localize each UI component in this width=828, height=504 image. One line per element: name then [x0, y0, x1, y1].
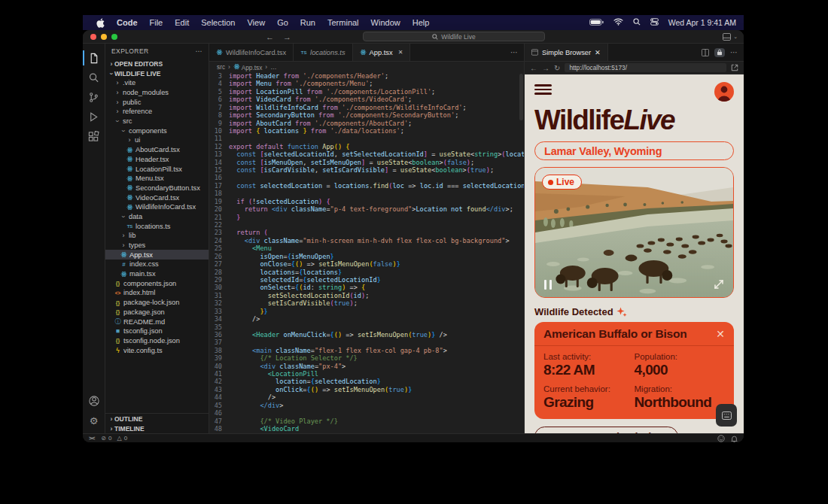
- editor-tab-WildlifeInfoCard.tsx[interactable]: WildlifeInfoCard.tsx: [209, 44, 294, 61]
- activity-extensions[interactable]: [83, 126, 105, 146]
- tree-folder-types[interactable]: ›types: [105, 241, 209, 250]
- code-line[interactable]: 10import { locations } from './data/loca…: [209, 127, 524, 135]
- code-line[interactable]: 25 <Menu: [209, 244, 524, 252]
- editor-tab-locations.ts[interactable]: TSlocations.ts: [294, 44, 353, 61]
- code-line[interactable]: 27 onClose={() => setIsMenuOpen(false)}: [209, 260, 524, 268]
- tree-file-package.json[interactable]: {}package.json: [105, 308, 209, 317]
- tree-file-package-lock.json[interactable]: {}package-lock.json: [105, 298, 209, 308]
- video-card[interactable]: Live: [534, 167, 734, 298]
- tree-file-components.json[interactable]: {}components.json: [105, 278, 209, 288]
- close-button[interactable]: [90, 34, 96, 40]
- code-line[interactable]: 11: [209, 135, 524, 142]
- tree-file-main.tsx[interactable]: main.tsx: [105, 269, 209, 279]
- floating-widget-button[interactable]: [716, 404, 737, 427]
- timeline-section[interactable]: › TIMELINE: [105, 424, 209, 433]
- hamburger-menu-button[interactable]: [534, 82, 552, 95]
- activity-source-control[interactable]: [83, 87, 105, 107]
- expand-button[interactable]: [713, 278, 725, 290]
- code-line[interactable]: 41 <LocationPill: [209, 370, 524, 378]
- code-line[interactable]: 40 <div className="px-4">: [209, 363, 524, 370]
- minimize-button[interactable]: [101, 34, 107, 40]
- notifications-bell-icon[interactable]: [731, 435, 738, 442]
- tree-file-locations.ts[interactable]: TSlocations.ts: [105, 221, 209, 231]
- preview-lock-badge[interactable]: [714, 48, 725, 57]
- code-line[interactable]: 45 </div>: [209, 402, 524, 409]
- menu-item-edit[interactable]: Edit: [169, 18, 195, 27]
- code-line[interactable]: 47 {/* Video Player */}: [209, 417, 524, 425]
- remote-indicator[interactable]: ><: [89, 435, 94, 442]
- code-line[interactable]: 18: [209, 190, 524, 197]
- tree-folder-public[interactable]: ›public: [105, 97, 209, 107]
- code-line[interactable]: 4import Menu from './components/Menu';: [209, 80, 524, 87]
- tree-file-vite.config.ts[interactable]: ϟvite.config.ts: [105, 345, 209, 355]
- editor-scrollbar[interactable]: [519, 74, 523, 120]
- open-editors-section[interactable]: › OPEN EDITORS: [105, 59, 209, 68]
- pause-button[interactable]: [544, 280, 552, 290]
- code-line[interactable]: 36 <Header onMenuClick={() => setIsMenuO…: [209, 331, 524, 339]
- tree-file-Menu.tsx[interactable]: Menu.tsx: [105, 174, 209, 184]
- tree-folder-lib[interactable]: ›lib: [105, 231, 209, 241]
- wifi-icon[interactable]: [613, 18, 623, 27]
- code-line[interactable]: 26 isOpen={isMenuOpen}: [209, 253, 524, 260]
- more-actions-icon[interactable]: ⋯: [730, 48, 738, 56]
- split-editor-icon[interactable]: [702, 49, 709, 56]
- location-pill[interactable]: Lamar Valley, Wyoming: [534, 141, 734, 160]
- history-forward-button[interactable]: →: [283, 32, 291, 41]
- menu-item-run[interactable]: Run: [294, 18, 321, 27]
- tree-file-SecondaryButton.tsx[interactable]: SecondaryButton.tsx: [105, 184, 209, 193]
- code-line[interactable]: 6import VideoCard from './components/Vid…: [209, 96, 524, 103]
- tree-file-README.md[interactable]: ⓘREADME.md: [105, 317, 209, 326]
- code-line[interactable]: 23 return (: [209, 229, 524, 236]
- code-line[interactable]: 43 onClick={() => setIsMenuOpen(true)}: [209, 386, 524, 393]
- close-tab-icon[interactable]: ✕: [398, 49, 403, 56]
- code-line[interactable]: 17 const selectedLocation = locations.fi…: [209, 182, 524, 190]
- code-line[interactable]: 24 <div className="min-h-screen min-h-dv…: [209, 237, 524, 244]
- code-line[interactable]: 8import SecondaryButton from './componen…: [209, 111, 524, 119]
- browser-back-button[interactable]: ←: [530, 64, 537, 72]
- tree-folder-data[interactable]: ›data: [105, 212, 209, 222]
- tree-file-LocationPill.tsx[interactable]: LocationPill.tsx: [105, 164, 209, 174]
- control-center-icon[interactable]: [650, 18, 659, 27]
- breadcrumb-item-src[interactable]: src: [217, 63, 225, 71]
- open-external-icon[interactable]: [731, 64, 738, 71]
- code-line[interactable]: 38 <main className="flex-1 flex flex-col…: [209, 347, 524, 354]
- feedback-smiley-icon[interactable]: [717, 435, 725, 442]
- code-line[interactable]: 33 }}: [209, 308, 524, 315]
- code-line[interactable]: 44 />: [209, 393, 524, 401]
- code-line[interactable]: 39 {/* Location Selector */}: [209, 354, 524, 362]
- activity-account[interactable]: [83, 391, 105, 411]
- editor-tab-App.tsx[interactable]: App.tsx✕: [353, 44, 411, 61]
- code-line[interactable]: 32 setIsCardVisible(true);: [209, 299, 524, 307]
- code-line[interactable]: 37: [209, 339, 524, 346]
- tree-folder-.vite[interactable]: ›.vite: [105, 78, 209, 88]
- activity-settings-gear-icon[interactable]: ⚙: [83, 411, 105, 430]
- menu-item-view[interactable]: View: [241, 18, 271, 27]
- breadcrumb-item-App.tsx[interactable]: App.tsx: [233, 63, 263, 71]
- menu-item-terminal[interactable]: Terminal: [321, 18, 365, 27]
- code-line[interactable]: 7import WildlifeInfoCard from './compone…: [209, 104, 524, 111]
- code-line[interactable]: 46: [209, 409, 524, 417]
- code-line[interactable]: 5import LocationPill from './components/…: [209, 88, 524, 96]
- tree-folder-node_modules[interactable]: ›node_modules: [105, 88, 209, 98]
- code-line[interactable]: 31 setSelectedLocationId(id);: [209, 292, 524, 299]
- activity-explorer[interactable]: [83, 48, 105, 68]
- menu-bar-clock[interactable]: Wed Apr 1 9:41 AM: [668, 18, 736, 27]
- code-line[interactable]: 3import Header from './components/Header…: [209, 72, 524, 80]
- code-line[interactable]: 28 locations={locations}: [209, 269, 524, 276]
- menu-item-file[interactable]: File: [144, 18, 169, 27]
- code-line[interactable]: 15 const [isCardVisible, setIsCardVisibl…: [209, 166, 524, 174]
- editor-more-actions-icon[interactable]: ⋯: [504, 44, 524, 61]
- code-line[interactable]: 14 const [isMenuOpen, setIsMenuOpen] = u…: [209, 159, 524, 166]
- tree-folder-components[interactable]: ›components: [105, 126, 209, 135]
- code-line[interactable]: 22: [209, 221, 524, 229]
- more-actions-icon[interactable]: ⋯: [196, 47, 202, 55]
- tree-file-Header.tsx[interactable]: Header.tsx: [105, 155, 209, 165]
- command-center-search[interactable]: Wildlife Live: [363, 32, 545, 41]
- tree-file-VideoCard.tsx[interactable]: VideoCard.tsx: [105, 193, 209, 202]
- problems-errors[interactable]: ⊘ 0 △ 0: [101, 435, 127, 442]
- zoom-button[interactable]: [111, 34, 117, 40]
- code-line[interactable]: 12export default function App() {: [209, 143, 524, 150]
- code-line[interactable]: 48 <VideoCard: [209, 425, 524, 433]
- code-line[interactable]: 16: [209, 174, 524, 181]
- activity-search[interactable]: [83, 68, 105, 87]
